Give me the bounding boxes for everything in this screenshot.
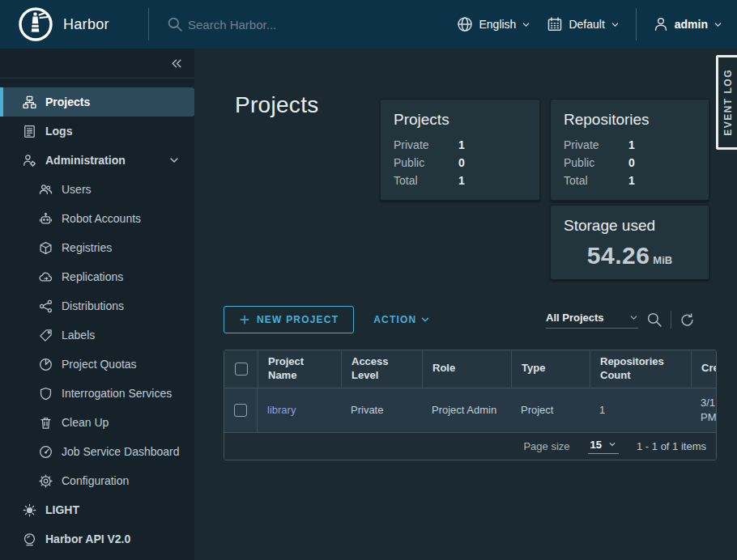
select-all-checkbox[interactable] bbox=[235, 363, 248, 375]
sidebar-item-administration[interactable]: Administration bbox=[0, 146, 194, 175]
sidebar-item-label: Project Quotas bbox=[62, 358, 137, 371]
column-header-type[interactable]: Type bbox=[511, 350, 590, 388]
lighthouse-logo-icon bbox=[18, 6, 53, 42]
stat-row: Public 0 bbox=[551, 154, 709, 172]
theme-menu[interactable]: Default bbox=[547, 16, 619, 32]
column-header-role[interactable]: Role bbox=[422, 350, 511, 388]
sidebar-item-theme-light[interactable]: LIGHT bbox=[0, 495, 194, 524]
project-filter-select[interactable]: All Projects bbox=[546, 312, 638, 329]
projects-table: Project Name Access Level Role Type Repo… bbox=[224, 350, 717, 460]
sidebar-item-replications[interactable]: Replications bbox=[0, 262, 194, 291]
gauge-icon bbox=[39, 445, 53, 459]
event-log-tab[interactable]: EVENT LOG bbox=[716, 55, 737, 150]
language-label: English bbox=[479, 18, 516, 31]
sidebar-item-users[interactable]: Users bbox=[0, 175, 194, 204]
chevron-down-icon bbox=[629, 313, 638, 322]
search-input[interactable] bbox=[188, 18, 415, 32]
projects-summary-card: Projects Private 1 Public 0 Total 1 bbox=[380, 99, 540, 201]
card-title: Projects bbox=[394, 111, 526, 129]
toolbar-divider bbox=[671, 311, 671, 329]
user-icon bbox=[653, 16, 669, 32]
card-title: Repositories bbox=[564, 111, 696, 129]
table-footer: Page size 15 1 - 1 of 1 items bbox=[224, 432, 716, 460]
stat-row: Total 1 bbox=[381, 172, 539, 189]
sidebar-item-projects[interactable]: Projects bbox=[0, 87, 194, 117]
sidebar-item-label: Logs bbox=[45, 125, 72, 138]
main-content: Projects Projects Private 1 Public 0 Tot… bbox=[194, 49, 737, 560]
robot-icon bbox=[39, 212, 53, 226]
language-menu[interactable]: English bbox=[457, 16, 530, 32]
sidebar-item-label: Replications bbox=[62, 270, 123, 283]
shield-icon bbox=[39, 387, 53, 401]
stat-row: Total 1 bbox=[551, 172, 709, 189]
items-range: 1 - 1 of 1 items bbox=[637, 440, 706, 452]
column-header-project-name[interactable]: Project Name bbox=[258, 350, 341, 388]
column-header-repositories-count[interactable]: Repositories Count bbox=[590, 350, 691, 388]
cube-icon bbox=[39, 241, 53, 255]
action-dropdown-button[interactable]: ACTION bbox=[373, 314, 430, 325]
card-title: Storage used bbox=[564, 217, 696, 235]
repositories-summary-card: Repositories Private 1 Public 0 Total 1 bbox=[550, 99, 709, 201]
event-log-label: EVENT LOG bbox=[722, 69, 734, 136]
plus-icon bbox=[239, 314, 250, 325]
column-header-access-level[interactable]: Access Level bbox=[341, 350, 422, 388]
row-checkbox-cell bbox=[224, 388, 258, 432]
sidebar-item-label: LIGHT bbox=[45, 503, 79, 516]
chevron-down-icon bbox=[522, 20, 530, 29]
chevron-down-icon bbox=[168, 155, 180, 166]
sidebar-item-job-service-dashboard[interactable]: Job Service Dashboard bbox=[0, 437, 194, 466]
logs-list-icon bbox=[23, 125, 36, 138]
page-title: Projects bbox=[235, 92, 319, 118]
user-menu[interactable]: admin bbox=[653, 16, 722, 32]
sidebar-item-project-quotas[interactable]: Project Quotas bbox=[0, 350, 194, 379]
storage-value: 54.26MiB bbox=[551, 242, 709, 279]
chevron-down-icon bbox=[714, 20, 722, 29]
cell-role: Project Admin bbox=[422, 388, 511, 432]
sidebar-item-label: Distributions bbox=[62, 299, 124, 312]
page-size-select[interactable]: 15 bbox=[588, 439, 619, 454]
sun-icon bbox=[23, 503, 36, 517]
header-divider bbox=[148, 8, 149, 40]
header-divider bbox=[636, 8, 637, 40]
gear-icon bbox=[39, 474, 53, 488]
sidebar-item-logs[interactable]: Logs bbox=[0, 117, 194, 146]
project-link[interactable]: library bbox=[267, 403, 296, 418]
new-project-button[interactable]: NEW PROJECT bbox=[224, 306, 354, 333]
refresh-button[interactable] bbox=[679, 312, 695, 328]
api-docs-icon bbox=[23, 532, 36, 546]
sidebar-item-configuration[interactable]: Configuration bbox=[0, 466, 194, 495]
search-icon bbox=[167, 16, 183, 32]
row-checkbox[interactable] bbox=[234, 404, 247, 417]
collapse-sidebar-button[interactable] bbox=[169, 57, 183, 70]
sidebar-nav: Projects Logs Administration bbox=[0, 49, 194, 560]
share-icon bbox=[39, 299, 53, 313]
stat-row: Public 0 bbox=[381, 154, 539, 172]
sidebar-item-registries[interactable]: Registries bbox=[0, 233, 194, 262]
sidebar-item-clean-up[interactable]: Clean Up bbox=[0, 408, 194, 437]
cell-creation-time: 3/1 PM bbox=[691, 388, 716, 432]
harbor-logo[interactable]: Harbor bbox=[0, 6, 148, 42]
username-label: admin bbox=[675, 18, 708, 31]
cloud-icon bbox=[39, 270, 53, 284]
sidebar-item-label: Robot Accounts bbox=[62, 212, 141, 225]
sidebar-item-label: Labels bbox=[62, 329, 95, 342]
column-header-creation-time[interactable]: Cre bbox=[691, 350, 716, 388]
chevron-down-icon bbox=[420, 315, 430, 325]
app-header: Harbor English bbox=[0, 0, 737, 49]
sidebar-item-label: Registries bbox=[62, 241, 112, 254]
cell-repositories-count: 1 bbox=[590, 388, 691, 432]
sidebar-item-robot-accounts[interactable]: Robot Accounts bbox=[0, 204, 194, 233]
stat-row: Private 1 bbox=[381, 136, 539, 154]
trash-icon bbox=[39, 416, 53, 430]
quota-pie-icon bbox=[39, 358, 53, 371]
sidebar-item-interrogation-services[interactable]: Interrogation Services bbox=[0, 379, 194, 408]
sidebar-item-labels[interactable]: Labels bbox=[0, 320, 194, 350]
theme-grid-icon bbox=[547, 16, 563, 32]
admin-user-gear-icon bbox=[23, 154, 36, 168]
search-filter-button[interactable] bbox=[646, 312, 662, 328]
sidebar-item-harbor-api[interactable]: Harbor API V2.0 bbox=[0, 524, 194, 554]
search-icon bbox=[646, 312, 662, 328]
refresh-icon bbox=[679, 312, 695, 328]
tag-icon bbox=[39, 329, 53, 342]
sidebar-item-distributions[interactable]: Distributions bbox=[0, 291, 194, 320]
